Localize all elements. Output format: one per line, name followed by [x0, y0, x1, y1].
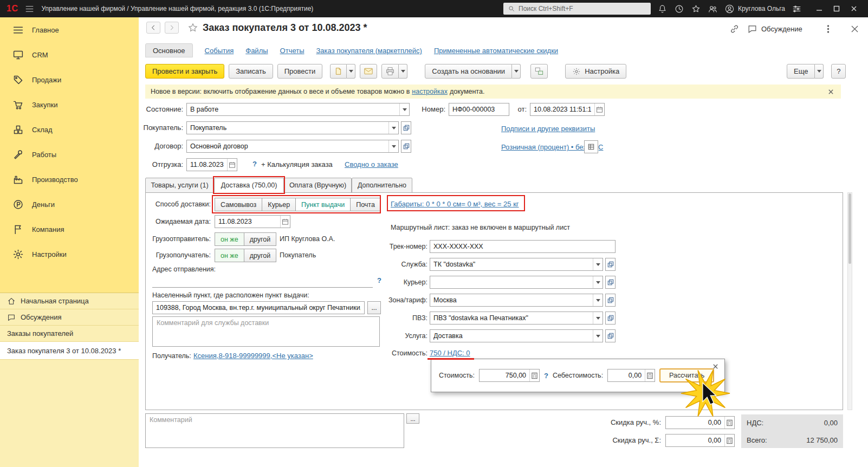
- more-menu-icon[interactable]: [823, 24, 833, 34]
- product-input[interactable]: [430, 330, 593, 342]
- buyer-input[interactable]: [187, 122, 388, 134]
- calculator-icon[interactable]: [529, 369, 539, 381]
- quick-settings-icon[interactable]: [792, 4, 802, 14]
- method-post[interactable]: Почта: [350, 198, 381, 211]
- favorites-icon[interactable]: [691, 4, 701, 14]
- chevron-down-icon[interactable]: [593, 294, 603, 306]
- chevron-down-icon[interactable]: [399, 103, 409, 115]
- shipping-date-input[interactable]: [187, 159, 227, 171]
- method-pickup-point[interactable]: Пункт выдачи: [295, 198, 351, 211]
- sidebar-item-company[interactable]: Компания: [0, 217, 139, 242]
- calculator-icon[interactable]: [724, 417, 734, 429]
- maximize-button[interactable]: [829, 2, 844, 15]
- forward-button[interactable]: [165, 22, 179, 34]
- sidebar-item-works[interactable]: Работы: [0, 142, 139, 167]
- expected-date-input[interactable]: [215, 216, 280, 228]
- attach-file-button[interactable]: [330, 64, 347, 79]
- consignee-same-toggle[interactable]: он же: [215, 249, 244, 262]
- send-mail-button[interactable]: [360, 64, 377, 79]
- sidebar-item-crm[interactable]: CRM: [0, 42, 139, 67]
- chevron-down-icon[interactable]: [593, 312, 603, 324]
- post-button[interactable]: Провести: [277, 64, 323, 79]
- order-comment-textarea[interactable]: [145, 413, 404, 448]
- contacts-icon[interactable]: [708, 4, 718, 14]
- open-zone-button[interactable]: [605, 294, 616, 307]
- more-dropdown[interactable]: [815, 64, 824, 79]
- track-input[interactable]: [430, 241, 615, 252]
- chevron-down-icon[interactable]: [593, 258, 603, 270]
- shipper-other-toggle[interactable]: другой: [244, 232, 277, 246]
- sidebar-item-discussions[interactable]: Обсуждения: [0, 309, 139, 326]
- tab-events[interactable]: События: [205, 47, 234, 55]
- pvz-input[interactable]: [430, 312, 593, 324]
- popup-selfcost-input[interactable]: [608, 369, 645, 381]
- service-input[interactable]: [430, 258, 593, 270]
- user-menu[interactable]: Круглова Ольга: [724, 4, 785, 14]
- document-structure-button[interactable]: [530, 64, 548, 79]
- tab-marketplace-order[interactable]: Заказ покупателя (маркетплейс): [316, 47, 422, 55]
- open-pvz-button[interactable]: [605, 312, 616, 325]
- courier-input[interactable]: [430, 276, 593, 288]
- discount-percent-input[interactable]: [666, 417, 724, 429]
- date-input[interactable]: [530, 103, 594, 115]
- back-button[interactable]: [146, 22, 160, 34]
- settlement-input[interactable]: [153, 302, 364, 314]
- global-search-input[interactable]: Поиск Ctrl+Shift+F: [503, 3, 651, 15]
- favorite-star-icon[interactable]: [187, 22, 198, 33]
- sidebar-item-home[interactable]: Начальная страница: [0, 293, 139, 309]
- settings-button[interactable]: Настройка: [565, 64, 626, 79]
- attach-file-dropdown[interactable]: [347, 64, 355, 79]
- dimensions-link[interactable]: Габариты: 0 * 0 * 0 см= 0 м³, вес = 25 к…: [391, 200, 519, 208]
- recipient-link[interactable]: Ксения,8-918-99999999,<Не указан>: [193, 352, 313, 360]
- cost-link[interactable]: 750 / НДС: 0: [430, 349, 470, 357]
- sidebar-item-current-order[interactable]: Заказ покупателя 3 от 10.08.2023 *: [0, 342, 139, 360]
- calendar-icon[interactable]: [280, 216, 290, 228]
- notifications-icon[interactable]: [657, 4, 668, 14]
- sidebar-item-customer-orders[interactable]: Заказы покупателей: [0, 326, 139, 342]
- minimize-button[interactable]: [812, 2, 827, 15]
- open-service-button[interactable]: [605, 258, 616, 271]
- shipping-help-icon[interactable]: ?: [252, 160, 257, 168]
- more-button[interactable]: Еще: [787, 64, 815, 79]
- sidebar-item-main[interactable]: Главное: [0, 17, 139, 42]
- create-based-on-dropdown[interactable]: [512, 64, 521, 79]
- get-link-icon[interactable]: [729, 24, 740, 34]
- calculate-button[interactable]: Рассчитать: [659, 368, 714, 382]
- calculator-icon[interactable]: [724, 434, 734, 446]
- calendar-icon[interactable]: [227, 159, 237, 171]
- zone-input[interactable]: [430, 294, 593, 306]
- scrollbar-thumb[interactable]: [848, 193, 851, 264]
- open-contract-button[interactable]: [401, 140, 411, 153]
- sidebar-item-sales[interactable]: Продажи: [0, 67, 139, 92]
- chevron-down-icon[interactable]: [388, 140, 398, 152]
- comment-more-button[interactable]: ...: [406, 413, 419, 424]
- print-dropdown[interactable]: [399, 64, 407, 79]
- main-menu-icon[interactable]: [24, 4, 35, 14]
- print-button[interactable]: [381, 64, 399, 79]
- popup-close-icon[interactable]: [710, 361, 720, 371]
- tab-auto-discounts[interactable]: Примененные автоматические скидки: [434, 47, 558, 55]
- state-input[interactable]: [187, 103, 399, 115]
- shipper-same-toggle[interactable]: он же: [215, 232, 244, 246]
- chevron-down-icon[interactable]: [593, 276, 603, 288]
- tab-delivery[interactable]: Доставка (750,00): [214, 178, 284, 193]
- open-product-button[interactable]: [605, 329, 616, 342]
- popup-help-icon[interactable]: ?: [544, 372, 548, 380]
- sidebar-item-purchases[interactable]: Закупки: [0, 92, 139, 117]
- tab-files[interactable]: Файлы: [245, 47, 268, 55]
- sidebar-item-warehouse[interactable]: Склад: [0, 117, 139, 142]
- close-window-button[interactable]: [846, 2, 861, 15]
- contract-input[interactable]: [187, 140, 388, 152]
- signatures-link[interactable]: Подписи и другие реквизиты: [501, 125, 595, 133]
- method-courier[interactable]: Курьер: [262, 198, 296, 211]
- calendar-icon[interactable]: [594, 103, 604, 115]
- consignee-other-toggle[interactable]: другой: [244, 249, 277, 262]
- tab-payment[interactable]: Оплата (Вручную): [284, 178, 352, 193]
- tab-main[interactable]: Основное: [145, 43, 193, 57]
- chevron-down-icon[interactable]: [388, 122, 398, 134]
- history-icon[interactable]: [674, 4, 684, 14]
- vertical-scrollbar[interactable]: [847, 192, 852, 410]
- sidebar-item-production[interactable]: Производство: [0, 167, 139, 192]
- tab-goods-services[interactable]: Товары, услуги (1): [145, 178, 214, 193]
- method-pickup[interactable]: Самовывоз: [215, 198, 262, 211]
